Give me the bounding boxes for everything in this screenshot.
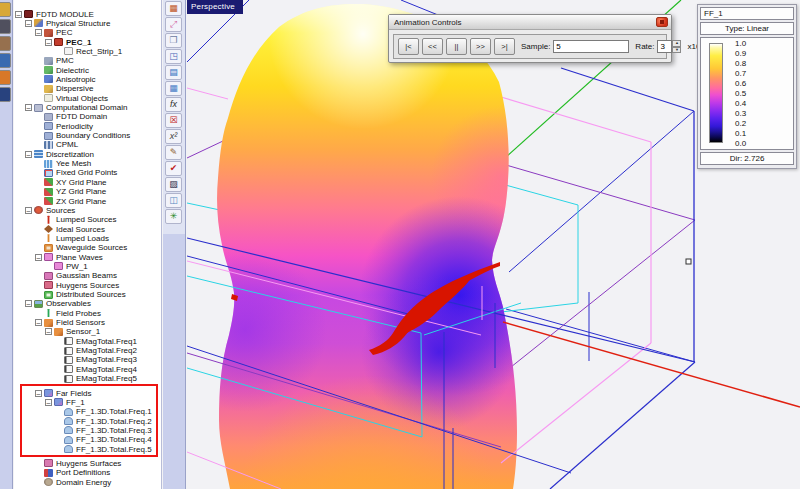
expander-minus-icon[interactable]: –: [35, 319, 42, 326]
source-tool-icon[interactable]: [0, 70, 11, 85]
close-icon[interactable]: [656, 17, 668, 27]
delete-icon[interactable]: ☒: [165, 113, 182, 128]
colorbar-tick-label: 0.2: [735, 119, 746, 128]
material-tool-icon[interactable]: [0, 36, 11, 51]
tree-item-domain-energy[interactable]: Domain Energy: [35, 477, 111, 487]
application-window: –FDTD MODULE–Physical Structure–PEC–PEC_…: [0, 0, 800, 489]
probe-icon: [44, 309, 53, 317]
save-icon[interactable]: ◫: [165, 193, 182, 208]
tree-item-label: ZX Grid Plane: [54, 197, 106, 206]
tree-item-label: Huygens Sources: [54, 281, 119, 290]
forward-button[interactable]: >>: [470, 38, 491, 55]
rate-stepper[interactable]: ▲▼: [672, 40, 681, 53]
expander-minus-icon[interactable]: –: [25, 151, 32, 158]
domain-tool-icon[interactable]: [0, 87, 11, 102]
emag-icon: [64, 375, 73, 383]
note-icon[interactable]: ▨: [165, 177, 182, 192]
tree-item-label: Huygens Surfaces: [54, 459, 121, 468]
last-button[interactable]: >|: [494, 38, 515, 55]
tree-item-label: PW_1: [64, 262, 88, 271]
discr-icon: [34, 150, 43, 158]
tree-item-label: PEC: [54, 28, 72, 37]
rate-down-icon: ▼: [672, 47, 681, 54]
edit-icon[interactable]: ✎: [165, 145, 182, 160]
toolbar-scroll-area[interactable]: [163, 234, 185, 489]
legend-directivity: Dir: 2.726: [700, 152, 794, 165]
person-icon: [64, 408, 73, 416]
pause-button[interactable]: ||: [446, 38, 467, 55]
loads-icon: [44, 234, 53, 242]
rate-input[interactable]: [657, 40, 672, 53]
project-icon[interactable]: [0, 2, 11, 17]
plane-icon: [44, 188, 53, 196]
tree-item-label: FDTD Domain: [54, 112, 107, 121]
wave-tool-icon[interactable]: [0, 19, 11, 34]
emag-icon: [64, 365, 73, 373]
tree-item-label: Boundary Conditions: [54, 131, 130, 140]
pmc-icon: [44, 57, 53, 65]
tree-item-label: YZ Grid Plane: [54, 187, 106, 196]
tree-item-ff-1-3d-total-freq-5[interactable]: FF_1.3D.Total.Freq.5: [55, 444, 152, 454]
sample-label: Sample:: [521, 42, 550, 51]
expander-minus-icon[interactable]: –: [25, 300, 32, 307]
diel-icon: [44, 66, 53, 74]
disp-icon: [44, 85, 53, 93]
tree-item-emagtotal-freq5[interactable]: EMagTotal.Freq5: [55, 374, 137, 384]
tree-item-label: Lumped Loads: [54, 234, 109, 243]
formula-icon[interactable]: x²: [165, 129, 182, 144]
pec-icon: [44, 29, 53, 37]
expander-minus-icon[interactable]: –: [25, 104, 32, 111]
colorbar-tick-label: 0.8: [735, 59, 746, 68]
expander-minus-icon[interactable]: –: [35, 390, 42, 397]
energy-icon: [44, 478, 53, 486]
tree-item-label: PEC_1: [64, 38, 91, 47]
colorbar-tick-label: 1.0: [735, 39, 746, 48]
colorbar-tick-label: 0.4: [735, 99, 746, 108]
huysrc-icon: [44, 281, 53, 289]
tree-item-label: Computational Domain: [44, 103, 127, 112]
dialog-titlebar[interactable]: Animation Controls: [389, 15, 671, 30]
expander-minus-icon[interactable]: –: [25, 207, 32, 214]
expander-minus-icon[interactable]: –: [45, 328, 52, 335]
huysurf-icon: [44, 459, 53, 467]
tree-item-label: Discretization: [44, 150, 94, 159]
mesh-calc-icon[interactable]: ▦: [165, 81, 182, 96]
expander-minus-icon[interactable]: –: [25, 20, 32, 27]
dialog-body: |<<<||>>>| Sample: Rate: ▲▼ x100ms: [393, 34, 667, 59]
gauss-icon: [44, 272, 53, 280]
animation-controls-dialog[interactable]: Animation Controls |<<<||>>>| Sample: Ra…: [388, 14, 672, 63]
run-icon[interactable]: ✳: [165, 209, 182, 224]
cpml-icon: [44, 141, 53, 149]
tree-item-label: FF_1.3D.Total.Freq.5: [74, 445, 152, 454]
grid-icon[interactable]: ▦: [165, 1, 182, 16]
module-icon: [24, 10, 33, 18]
fdom-icon: [44, 113, 53, 121]
colorbar-tick-label: 0.6: [735, 79, 746, 88]
emag-icon: [64, 356, 73, 364]
first-button[interactable]: |<: [398, 38, 419, 55]
tree-item-label: Waveguide Sources: [54, 243, 127, 252]
expander-minus-icon[interactable]: –: [35, 254, 42, 261]
colorbar-tick-label: 0.9: [735, 49, 746, 58]
selection-handle[interactable]: [686, 259, 691, 264]
tree-item-label: Gaussian Beams: [54, 271, 117, 280]
emag-icon: [64, 347, 73, 355]
sample-input[interactable]: [553, 40, 629, 53]
rate-label: Rate:: [635, 42, 654, 51]
expander-minus-icon[interactable]: –: [45, 39, 52, 46]
box3d-icon[interactable]: ◳: [165, 49, 182, 64]
yee-icon: [44, 160, 53, 168]
axes-icon[interactable]: ⤢: [165, 17, 182, 32]
expander-minus-icon[interactable]: –: [35, 29, 42, 36]
mesh-tool-icon[interactable]: [0, 53, 11, 68]
copy-icon[interactable]: ❐: [165, 33, 182, 48]
tree-item-label: FF_1.3D.Total.Freq.4: [74, 435, 152, 444]
expander-minus-icon[interactable]: –: [15, 11, 22, 18]
rect-icon: [64, 47, 73, 55]
check-icon[interactable]: ✔: [165, 161, 182, 176]
expander-minus-icon[interactable]: –: [45, 399, 52, 406]
rewind-button[interactable]: <<: [422, 38, 443, 55]
function-icon[interactable]: fx: [165, 97, 182, 112]
mesh-grid-icon[interactable]: ▤: [165, 65, 182, 80]
project-tree[interactable]: –FDTD MODULE–Physical Structure–PEC–PEC_…: [14, 0, 162, 489]
